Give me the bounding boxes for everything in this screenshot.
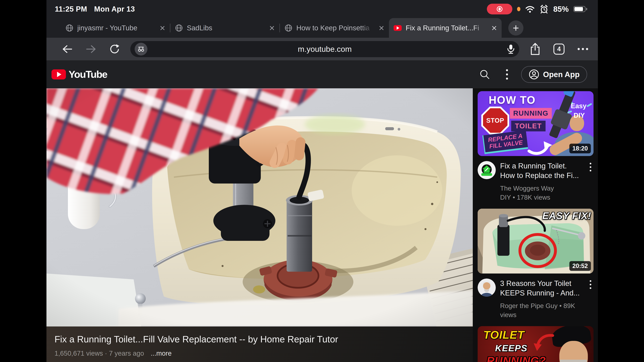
close-icon[interactable]: × (160, 23, 165, 33)
tab-title: jinyasmr - YouTube (77, 24, 156, 32)
open-app-label: Open App (543, 70, 580, 79)
status-bar: 11:25 PM Mon Apr 13 85% (46, 0, 598, 18)
tab-count: 4 (557, 45, 561, 53)
watch-page: Fix a Running Toilet...Fill Valve Replac… (46, 88, 598, 362)
related-video-byline: The Woggers Way DIY • 178K views (500, 184, 583, 202)
browser-toolbar: m.youtube.com 4 (46, 38, 598, 60)
wifi-icon (525, 5, 535, 13)
alarm-clock-icon (540, 4, 548, 13)
thumb1-diy-text: DIY (574, 112, 585, 119)
close-icon[interactable]: × (269, 23, 275, 33)
thumb1-howto-text: HOW TO (489, 94, 536, 106)
video-column: Fix a Running Toilet...Fill Valve Replac… (46, 88, 473, 362)
battery-icon (574, 6, 587, 12)
tab-overview-button[interactable]: 4 (554, 43, 564, 55)
account-circle-icon (528, 69, 539, 80)
tab-sadlibs[interactable]: SadLibs × (170, 18, 280, 38)
related-videos-sidebar: HOW TO STOP RUNNING TOILET REPLACE A FIL… (478, 88, 594, 362)
roger-pipe-guy-avatar-icon (478, 279, 496, 297)
battery-percent: 85% (553, 4, 569, 13)
curved-arrow-graphic (527, 139, 552, 155)
sparkle-decoration (586, 103, 592, 107)
tab-title: Fix a Running Toilet...Fi (406, 24, 487, 32)
video-frame-toilet-tank-scene (46, 88, 473, 327)
thumb3-man-beard (560, 360, 587, 362)
vignette (46, 88, 473, 327)
tab-bar: jinyasmr - YouTube × SadLibs × How to Ke… (46, 18, 598, 38)
status-time: 11:25 PM (55, 5, 87, 13)
search-button[interactable] (480, 69, 490, 80)
related-thumbnail-1[interactable]: HOW TO STOP RUNNING TOILET REPLACE A FIL… (478, 91, 594, 156)
close-icon[interactable]: × (492, 23, 497, 33)
video-title: Fix a Running Toilet...Fill Valve Replac… (54, 334, 473, 345)
screen-recording-indicator-icon[interactable] (487, 4, 512, 14)
video-player[interactable] (46, 88, 473, 327)
header-kebab-menu-button[interactable] (506, 69, 508, 80)
woggers-way-logo-icon (478, 161, 496, 179)
globe-icon (175, 24, 183, 32)
thumb1-toilet-text: TOILET (511, 121, 546, 131)
search-icon (480, 69, 490, 80)
tab-title: SadLibs (187, 24, 265, 32)
tab-title: How to Keep Poinsettia (296, 24, 375, 32)
channel-avatar[interactable] (478, 279, 496, 297)
record-icon (496, 5, 503, 13)
microphone-in-use-indicator-icon (517, 7, 520, 11)
thumb1-easy-text: Easy (571, 102, 586, 110)
youtube-logo[interactable]: YouTube (52, 68, 107, 80)
thumb3-scene: TOILET KEEPS RUNNING? (478, 326, 594, 362)
globe-icon (284, 24, 292, 32)
channel-avatar[interactable] (478, 161, 496, 179)
red-arrow-graphic (533, 333, 555, 351)
youtube-favicon-icon (394, 25, 402, 31)
related-video-2-meta[interactable]: 3 Reasons Your Toilet KEEPS Running - An… (478, 274, 594, 326)
duration-badge: 20:52 (569, 261, 591, 271)
ipad-screen: 11:25 PM Mon Apr 13 85% (0, 0, 644, 362)
open-app-button[interactable]: Open App (521, 66, 587, 83)
related-video-byline: Roger the Pipe Guy • 89K views (500, 301, 583, 320)
share-icon (530, 43, 540, 55)
more-menu-button[interactable] (578, 48, 588, 50)
back-button[interactable] (62, 45, 72, 53)
tab-poinsettia[interactable]: How to Keep Poinsettia × (280, 18, 389, 38)
video-kebab-menu-button[interactable] (588, 279, 594, 320)
globe-icon (66, 24, 73, 32)
video-info: Fix a Running Toilet...Fill Valve Replac… (46, 327, 473, 362)
safari-window: 11:25 PM Mon Apr 13 85% (46, 0, 598, 362)
more-link[interactable]: ...more (151, 350, 172, 357)
thumb1-stop-text: STOP (486, 117, 504, 124)
reload-button[interactable] (110, 44, 120, 54)
tab-fix-running-toilet-active[interactable]: Fix a Running Toilet...Fi × (389, 18, 502, 38)
close-icon[interactable]: × (379, 23, 384, 33)
thumb3-toilet-text: TOILET (483, 329, 524, 341)
address-bar[interactable]: m.youtube.com (130, 41, 519, 57)
youtube-wordmark: YouTube (68, 68, 107, 80)
related-video-title: Fix a Running Toilet. How to Replace the… (500, 161, 583, 180)
thumb3-running-text: RUNNING? (487, 355, 546, 362)
related-video-1-meta[interactable]: Fix a Running Toilet. How to Replace the… (478, 156, 594, 209)
new-tab-button[interactable]: + (508, 20, 524, 35)
related-video-title: 3 Reasons Your Toilet KEEPS Running - An… (500, 279, 583, 298)
thumb1-running-text: RUNNING (510, 108, 552, 119)
status-date: Mon Apr 13 (94, 5, 135, 13)
related-thumbnail-3[interactable]: TOILET KEEPS RUNNING? (478, 326, 594, 362)
forward-button[interactable] (86, 45, 96, 53)
share-button[interactable] (530, 43, 540, 55)
video-stats: 1,650,671 views · 7 years ago (54, 350, 144, 357)
url-text: m.youtube.com (130, 44, 519, 54)
thumb2-easy-fix-text: EASY FIX! (542, 210, 591, 221)
thumb3-keeps-text: KEEPS (495, 343, 528, 353)
tab-jinyasmr[interactable]: jinyasmr - YouTube × (61, 18, 170, 38)
related-thumbnail-2[interactable]: EASY FIX! 20:52 (478, 209, 594, 274)
stop-sign-graphic: STOP (481, 107, 509, 134)
youtube-play-icon (52, 69, 66, 79)
video-kebab-menu-button[interactable] (588, 161, 594, 202)
youtube-header: YouTube Open App (46, 60, 598, 88)
duration-badge: 18:20 (569, 144, 591, 153)
